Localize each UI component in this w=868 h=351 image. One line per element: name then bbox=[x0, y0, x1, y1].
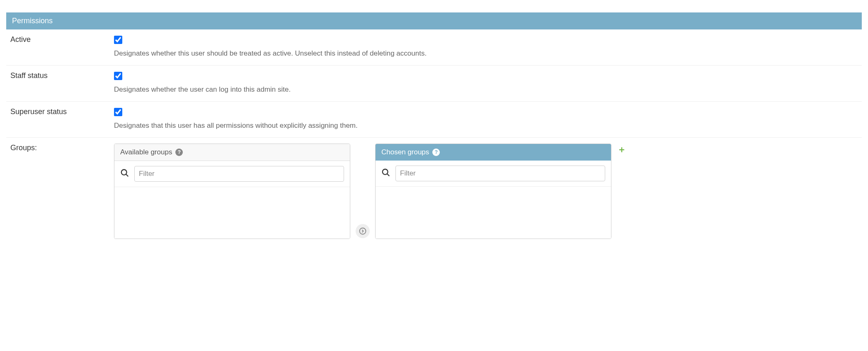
staff-row: Staff status Designates whether the user… bbox=[6, 66, 862, 102]
add-to-chosen-button[interactable] bbox=[356, 224, 370, 238]
svg-line-4 bbox=[387, 174, 390, 176]
superuser-row: Superuser status Designates that this us… bbox=[6, 102, 862, 138]
svg-point-2 bbox=[360, 228, 366, 234]
chosen-groups-title: Chosen groups bbox=[381, 148, 429, 156]
staff-checkbox[interactable] bbox=[114, 72, 122, 80]
svg-point-0 bbox=[121, 170, 127, 175]
chosen-groups-header: Chosen groups ? bbox=[376, 144, 611, 161]
active-help: Designates whether this user should be t… bbox=[114, 49, 858, 58]
groups-label: Groups: bbox=[10, 144, 114, 152]
permissions-section-header: Permissions bbox=[6, 12, 862, 29]
active-checkbox[interactable] bbox=[114, 36, 122, 44]
available-filter-input[interactable] bbox=[134, 166, 344, 182]
active-row: Active Designates whether this user shou… bbox=[6, 29, 862, 66]
help-icon[interactable]: ? bbox=[432, 149, 440, 156]
available-groups-header: Available groups ? bbox=[114, 144, 350, 161]
groups-row: Groups: Available groups ? bbox=[6, 138, 862, 239]
chosen-groups-panel: Chosen groups ? bbox=[375, 144, 611, 239]
svg-line-1 bbox=[126, 174, 129, 177]
help-icon[interactable]: ? bbox=[175, 149, 183, 156]
chosen-groups-list[interactable] bbox=[376, 187, 611, 239]
add-group-button[interactable] bbox=[618, 144, 626, 154]
superuser-help: Designates that this user has all permis… bbox=[114, 122, 858, 130]
staff-help: Designates whether the user can log into… bbox=[114, 85, 858, 94]
staff-label: Staff status bbox=[10, 71, 114, 80]
superuser-checkbox[interactable] bbox=[114, 108, 122, 116]
superuser-label: Superuser status bbox=[10, 107, 114, 116]
search-icon bbox=[120, 168, 129, 179]
available-groups-list[interactable] bbox=[114, 187, 350, 239]
chosen-filter-input[interactable] bbox=[395, 166, 605, 181]
available-groups-panel: Available groups ? bbox=[114, 144, 350, 239]
chooser-middle bbox=[354, 144, 371, 239]
search-icon bbox=[381, 168, 390, 179]
svg-point-3 bbox=[383, 169, 388, 175]
available-groups-title: Available groups bbox=[120, 148, 172, 156]
active-label: Active bbox=[10, 35, 114, 44]
